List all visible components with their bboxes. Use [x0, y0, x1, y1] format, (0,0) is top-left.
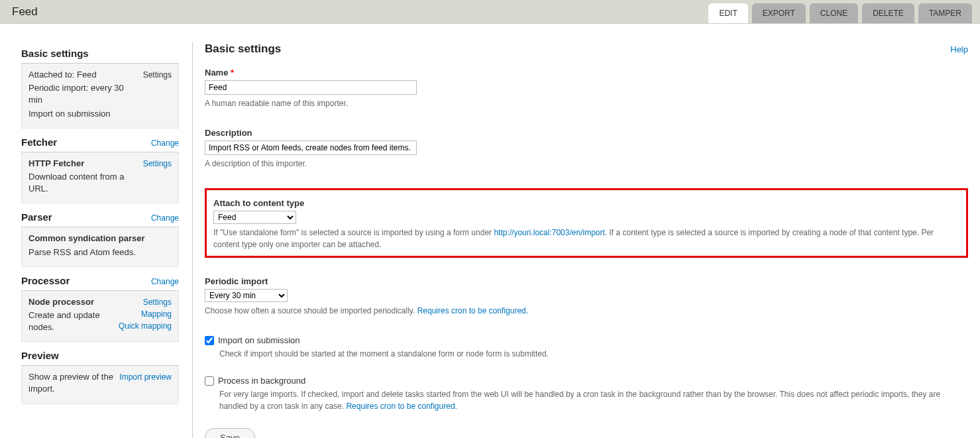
tab-export[interactable]: EXPORT — [752, 3, 806, 23]
sidebar-basic-title: Basic settings — [21, 48, 89, 59]
sidebar-processor-title: Processor — [21, 275, 70, 286]
description-desc: A description of this importer. — [205, 158, 968, 170]
import-on-submission-checkbox[interactable] — [205, 336, 214, 345]
sidebar-fetcher-settings[interactable]: Settings — [143, 159, 172, 168]
tab-edit[interactable]: EDIT — [708, 3, 747, 23]
tab-tamper[interactable]: TAMPER — [918, 3, 972, 23]
sidebar-processor-name: Node processor — [28, 297, 94, 307]
process-bg-desc: For very large imports. If checked, impo… — [219, 388, 968, 412]
sidebar-fetcher-desc: Download content from a URL. — [28, 171, 138, 195]
attach-desc: If "Use standalone form" is selected a s… — [213, 227, 959, 250]
tab-delete[interactable]: DELETE — [862, 3, 914, 23]
standalone-form-link[interactable]: http://youri.local:7003/en/import — [494, 228, 604, 237]
cron-config-link-2[interactable]: Requires cron to be configured. — [346, 402, 457, 411]
sidebar-fetcher-title: Fetcher — [21, 137, 57, 148]
attach-content-type-highlight: Attach to content type Feed If "Use stan… — [205, 188, 968, 258]
sidebar-parser-desc: Parse RSS and Atom feeds. — [28, 246, 172, 258]
sidebar-parser-title: Parser — [21, 211, 52, 223]
sidebar-processor-settings[interactable]: Settings — [143, 298, 172, 307]
tabs: EDIT EXPORT CLONE DELETE TAMPER — [708, 0, 972, 23]
form-item-import-on-submission: Import on submission Check if import sho… — [205, 335, 968, 360]
process-bg-checkbox[interactable] — [205, 376, 214, 386]
attach-label: Attach to content type — [213, 198, 959, 208]
sidebar-parser: Parser Change Common syndication parser … — [21, 206, 179, 266]
process-bg-label: Process in background — [218, 376, 305, 386]
sidebar-processor-mapping[interactable]: Mapping — [141, 309, 172, 319]
sidebar-parser-change[interactable]: Change — [151, 213, 179, 223]
description-label: Description — [205, 128, 968, 138]
attach-select[interactable]: Feed — [213, 211, 296, 224]
sidebar-processor-quick-mapping[interactable]: Quick mapping — [119, 321, 172, 331]
tab-clone[interactable]: CLONE — [810, 3, 858, 23]
name-desc: A human readable name of this importer. — [205, 97, 968, 109]
sidebar-preview-desc: Show a preview of the import. — [28, 371, 114, 395]
sidebar: Basic settings Attached to: Feed Periodi… — [21, 42, 179, 438]
sidebar-fetcher: Fetcher Change HTTP Fetcher Download con… — [21, 131, 179, 204]
periodic-desc: Choose how often a source should be impo… — [205, 305, 968, 317]
help-link[interactable]: Help — [950, 44, 968, 54]
periodic-select[interactable]: Every 30 min — [205, 289, 288, 302]
sidebar-basic-line-1: Attached to: Feed — [28, 69, 138, 81]
description-input[interactable] — [205, 140, 417, 155]
import-on-submission-desc: Check if import should be started at the… — [219, 348, 968, 360]
sidebar-preview-import-preview[interactable]: Import preview — [119, 372, 172, 382]
main-panel: Basic settings Help Name * A human reada… — [192, 42, 968, 438]
sidebar-basic-settings: Basic settings Attached to: Feed Periodi… — [21, 42, 179, 129]
page-title: Feed — [12, 5, 38, 19]
sidebar-processor: Processor Change Node processor Create a… — [21, 270, 179, 343]
periodic-label: Periodic import — [205, 276, 968, 286]
sidebar-preview-title: Preview — [21, 350, 59, 361]
main-title: Basic settings — [205, 42, 281, 56]
sidebar-basic-line-3: Import on submission — [28, 108, 138, 120]
name-label: Name * — [205, 68, 968, 78]
sidebar-fetcher-change[interactable]: Change — [151, 138, 179, 148]
form-item-name: Name * A human readable name of this imp… — [205, 68, 968, 109]
sidebar-preview: Preview Show a preview of the import. Im… — [21, 345, 179, 404]
required-marker: * — [231, 68, 234, 78]
form-item-process-bg: Process in background For very large imp… — [205, 376, 968, 412]
sidebar-basic-settings-link[interactable]: Settings — [143, 70, 172, 80]
sidebar-processor-desc: Create and update nodes. — [28, 309, 113, 333]
sidebar-parser-name: Common syndication parser — [28, 233, 145, 243]
sidebar-fetcher-name: HTTP Fetcher — [28, 158, 84, 168]
topbar: Feed EDIT EXPORT CLONE DELETE TAMPER — [0, 0, 980, 24]
form-item-description: Description A description of this import… — [205, 128, 968, 170]
sidebar-basic-line-2: Periodic import: every 30 min — [28, 82, 138, 106]
import-on-submission-label: Import on submission — [218, 335, 300, 345]
form-item-periodic: Periodic import Every 30 min Choose how … — [205, 276, 968, 317]
cron-config-link-1[interactable]: Requires cron to be configured. — [417, 306, 528, 315]
save-button[interactable]: Save — [205, 428, 255, 438]
name-input[interactable] — [205, 80, 417, 95]
sidebar-processor-change[interactable]: Change — [151, 277, 179, 286]
